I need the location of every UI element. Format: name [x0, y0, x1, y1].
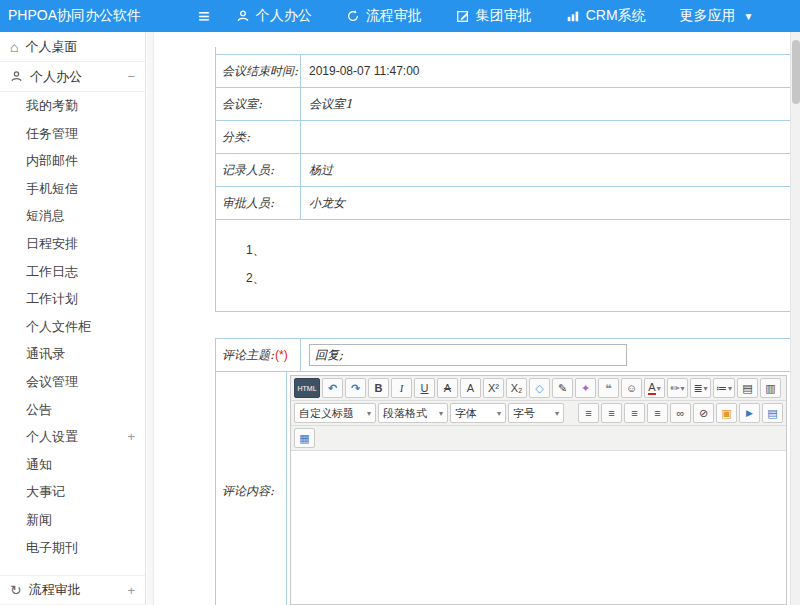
nav-personal-office[interactable]: 个人办公: [236, 7, 312, 25]
redo-button[interactable]: ↷: [345, 378, 366, 398]
editor-toolbar-row2: 自定义标题▾ 段落格式▾ 字体▾ 字号▾ ≡ ≡ ≡ ≡ ∞ ⊘ ▣: [291, 401, 786, 426]
sidebar-item-notifications[interactable]: 通知: [0, 451, 145, 479]
expand-icon[interactable]: +: [127, 423, 135, 451]
nav-crm-system[interactable]: CRM系统: [566, 7, 646, 25]
sidebar-item-sms[interactable]: 手机短信: [0, 175, 145, 203]
sidebar-item-e-journal[interactable]: 电子期刊: [0, 534, 145, 562]
image-button[interactable]: ▣: [716, 403, 737, 423]
app-logo: PHPOA协同办公软件: [0, 7, 160, 25]
unlink-button[interactable]: ⊘: [693, 403, 714, 423]
sidebar-section-label: 个人桌面: [25, 38, 77, 56]
sidebar-item-contacts[interactable]: 通讯录: [0, 340, 145, 368]
field-label: 分类:: [216, 121, 301, 153]
font-color-button[interactable]: A▾: [644, 378, 665, 398]
cycle-icon: ↻: [10, 582, 22, 598]
superscript-button[interactable]: X²: [483, 378, 504, 398]
eraser-button[interactable]: ◇: [529, 378, 550, 398]
sidebar-item-desktop[interactable]: ⌂ 个人桌面: [0, 32, 145, 62]
italic-button[interactable]: I: [391, 378, 412, 398]
sidebar-item-workflow-approval[interactable]: ↻ 流程审批 +: [0, 575, 145, 605]
nav-group-approval[interactable]: 集团审批: [456, 7, 532, 25]
sidebar-item-news[interactable]: 新闻: [0, 506, 145, 534]
field-value: 杨过: [301, 154, 790, 186]
person-icon: [236, 9, 250, 23]
font-family-select[interactable]: 字体▾: [450, 403, 506, 423]
collapse-icon[interactable]: −: [127, 69, 135, 84]
expand-icon[interactable]: +: [127, 583, 135, 598]
field-label: 评论内容:: [216, 372, 287, 605]
sidebar-item-internal-mail[interactable]: 内部邮件: [0, 147, 145, 175]
sidebar-item-personal-office[interactable]: 个人办公 −: [0, 62, 145, 92]
field-label: 会议结束时间:: [216, 55, 301, 87]
sidebar-item-announcement[interactable]: 公告: [0, 396, 145, 424]
meeting-detail-table: 会议结束时间: 2019-08-07 11:47:00 会议室: 会议室1 分类…: [215, 47, 790, 312]
home-icon: ⌂: [10, 39, 18, 55]
format-brush-button[interactable]: ✎: [552, 378, 573, 398]
emoticon-button[interactable]: ☺: [621, 378, 642, 398]
highlight-button[interactable]: ✏▾: [667, 378, 688, 398]
source-button[interactable]: HTML: [294, 378, 320, 398]
ordered-list-button[interactable]: ≣▾: [690, 378, 711, 398]
sidebar-item-label: 个人设置: [26, 423, 78, 451]
file-button[interactable]: ▤: [762, 403, 783, 423]
nav-workflow-approval[interactable]: 流程审批: [346, 7, 422, 25]
scrollbar-thumb[interactable]: [792, 40, 800, 104]
content-line: 2、: [246, 264, 790, 292]
table-row: 会议结束时间: 2019-08-07 11:47:00: [216, 55, 790, 88]
sidebar-item-work-log[interactable]: 工作日志: [0, 258, 145, 286]
app-window: PHPOA协同办公软件 ≡ 个人办公 流程审批 集团审批: [0, 0, 800, 605]
align-justify-button[interactable]: ≡: [647, 403, 668, 423]
sidebar-gutter: [147, 32, 154, 605]
font-size-select[interactable]: 字号▾: [508, 403, 564, 423]
main-content: 会议结束时间: 2019-08-07 11:47:00 会议室: 会议室1 分类…: [155, 32, 790, 605]
menu-toggle-icon[interactable]: ≡: [198, 6, 210, 26]
editor-content-area[interactable]: [291, 451, 786, 604]
editor-toolbar-row3: ▦: [291, 426, 786, 451]
subscript-button[interactable]: X₂: [506, 378, 527, 398]
nav-more-apps[interactable]: 更多应用 ▼: [680, 7, 754, 25]
table-row: 会议室: 会议室1: [216, 88, 790, 121]
magic-button[interactable]: ✦: [575, 378, 596, 398]
table-button[interactable]: ▦: [294, 428, 315, 448]
page-button[interactable]: ▥: [760, 378, 781, 398]
underline-button[interactable]: U: [414, 378, 435, 398]
sidebar-item-file-cabinet[interactable]: 个人文件柜: [0, 313, 145, 341]
sidebar-item-tasks[interactable]: 任务管理: [0, 120, 145, 148]
media-button[interactable]: ▶: [739, 403, 760, 423]
sidebar-item-schedule[interactable]: 日程安排: [0, 230, 145, 258]
remove-format-button[interactable]: A: [460, 378, 481, 398]
sidebar-item-attendance[interactable]: 我的考勤: [0, 92, 145, 120]
chevron-down-icon: ▾: [497, 409, 501, 418]
chevron-down-icon: ▾: [704, 384, 708, 393]
comment-content-cell: HTML ↶ ↷ B I U A A X² X₂ ◇ ✎ ✦: [287, 372, 790, 605]
align-left-button[interactable]: ≡: [578, 403, 599, 423]
align-right-button[interactable]: ≡: [624, 403, 645, 423]
heading-select[interactable]: 自定义标题▾: [294, 403, 376, 423]
bold-button[interactable]: B: [368, 378, 389, 398]
sidebar-item-events[interactable]: 大事记: [0, 478, 145, 506]
field-value: 小龙女: [301, 187, 790, 219]
link-button[interactable]: ∞: [670, 403, 691, 423]
table-row: 记录人员: 杨过: [216, 154, 790, 187]
table-grid-button[interactable]: ▤: [737, 378, 758, 398]
sidebar-item-personal-settings[interactable]: 个人设置 +: [0, 423, 145, 451]
comment-form: 评论主题:(*) 评论内容: HTML ↶ ↷ B I: [215, 338, 790, 605]
vertical-scrollbar[interactable]: [790, 32, 800, 605]
align-center-button[interactable]: ≡: [601, 403, 622, 423]
field-label: 记录人员:: [216, 154, 301, 186]
strikethrough-button[interactable]: A: [437, 378, 458, 398]
sidebar-item-meeting-management[interactable]: 会议管理: [0, 368, 145, 396]
meeting-content-cell: 1、 2、: [216, 220, 790, 312]
chevron-down-icon: ▾: [657, 384, 661, 393]
table-row: 评论主题:(*): [216, 339, 790, 372]
topbar: PHPOA协同办公软件 ≡ 个人办公 流程审批 集团审批: [0, 0, 800, 32]
comment-subject-input[interactable]: [309, 344, 627, 366]
paragraph-format-select[interactable]: 段落格式▾: [378, 403, 448, 423]
sidebar-item-short-message[interactable]: 短消息: [0, 202, 145, 230]
undo-button[interactable]: ↶: [322, 378, 343, 398]
edit-icon: [456, 9, 470, 23]
sidebar-item-work-plan[interactable]: 工作计划: [0, 285, 145, 313]
nav-label: CRM系统: [586, 7, 646, 25]
unordered-list-button[interactable]: ≔▾: [713, 378, 735, 398]
quote-button[interactable]: ❝: [598, 378, 619, 398]
